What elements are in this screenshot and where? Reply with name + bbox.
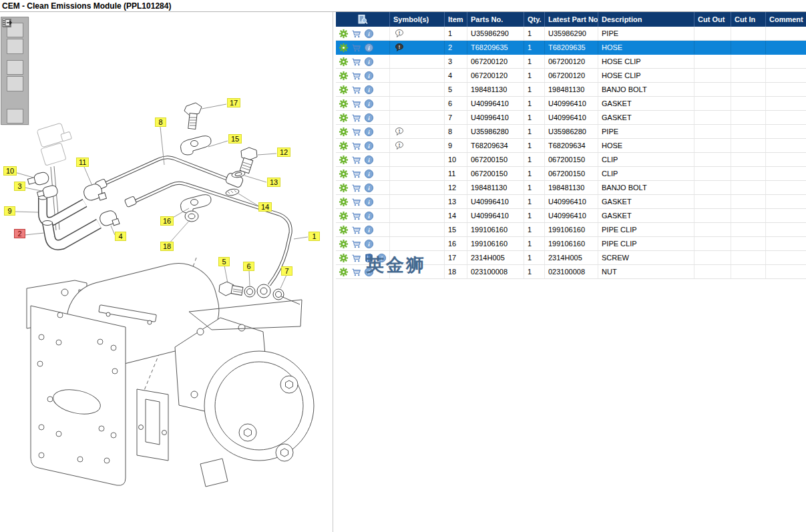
table-row-3[interactable]: i30672001201067200120HOSE CLIP xyxy=(336,55,806,69)
gear-icon[interactable] xyxy=(339,29,349,39)
cart-icon[interactable] xyxy=(351,267,361,277)
gear-icon[interactable] xyxy=(339,71,349,81)
cart-icon[interactable] xyxy=(351,127,361,137)
info-icon[interactable]: i xyxy=(364,197,374,207)
callout-18[interactable]: 18 xyxy=(160,242,174,251)
callout-6[interactable]: 6 xyxy=(243,262,254,271)
table-row-4[interactable]: i40672001201067200120HOSE CLIP xyxy=(336,69,806,83)
info-icon[interactable]: i xyxy=(364,99,374,109)
table-row-8[interactable]: i!8U359862801U35986280PIPE xyxy=(336,125,806,139)
gear-icon[interactable] xyxy=(339,169,349,179)
send-to-list-button[interactable] xyxy=(7,109,23,123)
cart-icon[interactable] xyxy=(351,99,361,109)
cart-icon[interactable] xyxy=(351,225,361,235)
gear-icon[interactable] xyxy=(339,211,349,221)
table-row-14[interactable]: i14U409964101U40996410GASKET xyxy=(336,209,806,223)
column-header-item[interactable]: Item xyxy=(445,12,467,27)
callout-3[interactable]: 3 xyxy=(14,182,25,191)
table-row-11[interactable]: i110672001501067200150CLIP xyxy=(336,167,806,181)
info-icon[interactable]: i xyxy=(364,71,374,81)
fit-page-button[interactable] xyxy=(7,76,23,91)
column-header-actions[interactable] xyxy=(336,12,390,27)
gear-icon[interactable] xyxy=(339,141,349,151)
gear-icon[interactable] xyxy=(339,253,349,263)
gear-icon[interactable] xyxy=(339,267,349,277)
column-header-parts-no-[interactable]: Parts No. xyxy=(467,12,524,27)
gear-icon[interactable] xyxy=(339,155,349,165)
gear-icon[interactable] xyxy=(339,225,349,235)
table-row-1[interactable]: i!1U359862901U35986290PIPE xyxy=(336,27,806,41)
symbol-balloon-icon[interactable]: ! xyxy=(395,43,404,53)
info-icon[interactable]: i xyxy=(364,155,374,165)
callout-13[interactable]: 13 xyxy=(267,178,280,187)
gear-icon[interactable] xyxy=(339,43,349,53)
cart-icon[interactable] xyxy=(351,57,361,67)
info-icon[interactable]: i xyxy=(364,85,374,95)
info-icon[interactable]: i xyxy=(364,127,374,137)
info-icon[interactable]: i xyxy=(364,211,374,221)
table-row-6[interactable]: i6U409964101U40996410GASKET xyxy=(336,97,806,111)
cart-icon[interactable] xyxy=(351,71,361,81)
cart-icon[interactable] xyxy=(351,141,361,151)
cart-icon[interactable] xyxy=(351,253,361,263)
callout-4[interactable]: 4 xyxy=(115,232,126,241)
callout-9[interactable]: 9 xyxy=(4,206,15,216)
callout-14[interactable]: 14 xyxy=(258,202,272,212)
callout-1[interactable]: 1 xyxy=(309,232,320,241)
zoom-out-button[interactable] xyxy=(7,39,23,53)
info-icon[interactable]: i xyxy=(364,57,374,67)
gear-icon[interactable] xyxy=(339,239,349,249)
symbol-balloon-icon[interactable]: ! xyxy=(395,29,404,39)
info-icon[interactable]: i xyxy=(364,43,374,53)
table-row-9[interactable]: i!9T682096341T68209634HOSE xyxy=(336,139,806,153)
info-icon[interactable]: i xyxy=(364,169,374,179)
view-thumbnails-button[interactable] xyxy=(7,60,23,75)
gear-icon[interactable] xyxy=(339,113,349,123)
table-row-12[interactable]: i121984811301198481130BANJO BOLT xyxy=(336,181,806,195)
cart-icon[interactable] xyxy=(351,155,361,165)
cart-icon[interactable] xyxy=(351,113,361,123)
table-row-16[interactable]: i161991061601199106160PIPE CLIP xyxy=(336,237,806,251)
callout-7[interactable]: 7 xyxy=(281,266,292,276)
callout-17[interactable]: 17 xyxy=(227,98,240,107)
cart-icon[interactable] xyxy=(351,169,361,179)
gear-icon[interactable] xyxy=(339,85,349,95)
gear-icon[interactable] xyxy=(339,99,349,109)
callout-8[interactable]: 8 xyxy=(155,117,166,127)
info-icon[interactable]: i xyxy=(364,113,374,123)
callout-15[interactable]: 15 xyxy=(228,134,242,144)
cart-icon[interactable] xyxy=(351,43,361,53)
cart-icon[interactable] xyxy=(351,197,361,207)
column-header-cut-out[interactable]: Cut Out xyxy=(694,12,731,27)
table-row-15[interactable]: i151991061601199106160PIPE CLIP xyxy=(336,223,806,237)
symbol-balloon-icon[interactable]: ! xyxy=(395,127,404,137)
gear-icon[interactable] xyxy=(339,57,349,67)
table-row-10[interactable]: i100672001501067200150CLIP xyxy=(336,153,806,167)
callout-5[interactable]: 5 xyxy=(218,257,230,266)
column-header-qty-[interactable]: Qty. xyxy=(524,12,545,27)
callout-10[interactable]: 10 xyxy=(3,166,17,176)
callout-12[interactable]: 12 xyxy=(277,148,290,157)
cart-icon[interactable] xyxy=(351,239,361,249)
cart-icon[interactable] xyxy=(351,85,361,95)
column-header-cut-in[interactable]: Cut In xyxy=(731,12,766,27)
column-header-symbol-s-[interactable]: Symbol(s) xyxy=(390,12,445,27)
callout-11[interactable]: 11 xyxy=(76,158,89,167)
table-row-13[interactable]: i13U409964101U40996410GASKET xyxy=(336,195,806,209)
gear-icon[interactable] xyxy=(339,127,349,137)
callout-16[interactable]: 16 xyxy=(160,216,174,226)
column-header-comment[interactable]: Comment xyxy=(766,12,806,27)
gear-icon[interactable] xyxy=(339,183,349,193)
info-icon[interactable]: i xyxy=(364,239,374,249)
info-icon[interactable]: i xyxy=(364,225,374,235)
cart-icon[interactable] xyxy=(351,29,361,39)
symbol-balloon-icon[interactable]: ! xyxy=(395,141,404,151)
info-icon[interactable]: i xyxy=(364,29,374,39)
info-icon[interactable]: i xyxy=(364,183,374,193)
cart-icon[interactable] xyxy=(351,211,361,221)
table-row-2[interactable]: i!2T682096351T68209635HOSE xyxy=(336,41,806,55)
cart-icon[interactable] xyxy=(351,183,361,193)
callout-2[interactable]: 2 xyxy=(14,229,25,238)
gear-icon[interactable] xyxy=(339,197,349,207)
panel-divider[interactable] xyxy=(333,12,333,532)
